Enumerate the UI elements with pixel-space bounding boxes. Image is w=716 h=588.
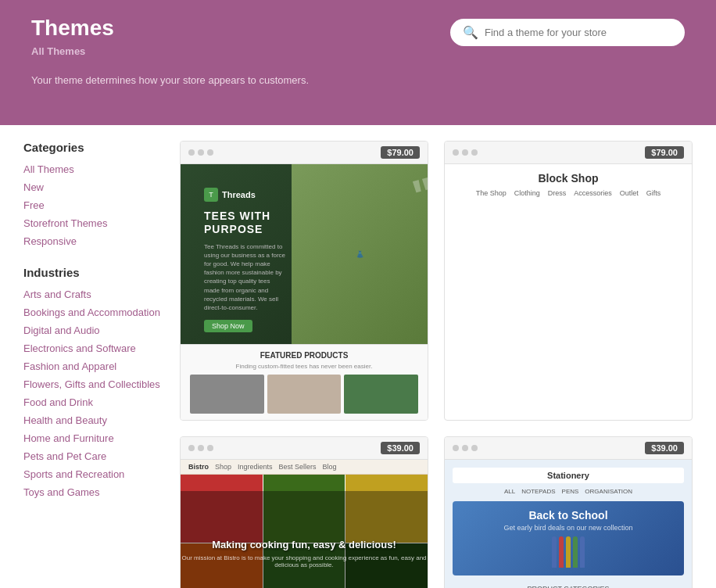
block-shop-bg: Block Shop The Shop Clothing Dress Acces… <box>445 164 692 344</box>
theme-card-bistro[interactable]: $39.00 Bistro Shop Ingredients Best Sell… <box>180 436 428 588</box>
nav-outlet[interactable]: Outlet <box>620 189 639 197</box>
theme-card-stationery[interactable]: $39.00 Stationery ALL NOTEPADS PENS ORGA… <box>444 436 693 588</box>
page-subtitle: All Themes <box>31 45 114 57</box>
product-strip-1 <box>190 375 264 414</box>
stat-nav-all[interactable]: ALL <box>504 488 515 495</box>
dot-red-2 <box>453 149 459 156</box>
threads-cta[interactable]: Shop Now <box>204 320 252 332</box>
threads-featured-title: FEATURED PRODUCTS <box>190 351 418 360</box>
nav-clothing[interactable]: Clothing <box>514 189 540 197</box>
nav-dress[interactable]: Dress <box>548 189 567 197</box>
sidebar-item-flowers[interactable]: Flowers, Gifts and Collectibles <box>23 378 164 390</box>
pencil-green <box>573 536 578 568</box>
dot-red <box>188 149 195 156</box>
threads-body: Tee Threads is committed to using our bu… <box>204 242 285 313</box>
stationery-brand: Stationery <box>547 471 589 480</box>
bistro-body: Our mission at Bistro is to make your sh… <box>181 554 428 568</box>
dot-yellow-3 <box>198 445 204 451</box>
search-input[interactable] <box>485 27 672 38</box>
bistro-heading: Making cooking fun, easy & delicious! <box>181 539 428 552</box>
categories-section: Categories All Themes New Free Storefron… <box>23 141 164 247</box>
sidebar-item-health-beauty[interactable]: Health and Beauty <box>23 414 164 426</box>
bistro-preview: Bistro Shop Ingredients Best Sellers Blo… <box>181 460 428 588</box>
sidebar-item-bookings[interactable]: Bookings and Accommodation <box>23 307 164 318</box>
sidebar-item-toys[interactable]: Toys and Games <box>23 486 164 498</box>
block-shop-grid-2 <box>564 294 573 337</box>
dot-green <box>207 149 213 156</box>
stationery-nav: ALL NOTEPADS PENS ORGANISATION <box>453 488 684 495</box>
page-header: Themes All Themes 🔍 Your theme determine… <box>0 0 716 125</box>
dot-green-4 <box>471 445 478 451</box>
stationery-product-categories-label: PRODUCT CATEGORIES <box>453 585 684 588</box>
threads-product-strip <box>190 375 418 414</box>
theme-card-header-threads: $79.00 <box>181 142 428 164</box>
bistro-nav-shop[interactable]: Shop <box>215 463 231 471</box>
pencil-blue <box>552 536 557 568</box>
main-content: Categories All Themes New Free Storefron… <box>0 125 716 588</box>
block-shop-title: Block Shop <box>538 172 598 185</box>
themes-grid: $79.00 T Threads TEES WITH PURPOSE Tee T… <box>180 141 693 588</box>
sidebar-item-food-drink[interactable]: Food and Drink <box>23 396 164 408</box>
pencil-red <box>559 536 564 568</box>
sidebar-item-home-furniture[interactable]: Home and Furniture <box>23 432 164 444</box>
traffic-dots-3 <box>188 445 213 451</box>
sidebar-item-arts-crafts[interactable]: Arts and Crafts <box>23 289 164 300</box>
block-shop-grid <box>564 203 573 292</box>
dot-red-3 <box>188 445 195 451</box>
threads-preview: T Threads TEES WITH PURPOSE Tee Threads … <box>181 164 428 344</box>
traffic-dots-2 <box>453 149 478 156</box>
search-bar[interactable]: 🔍 <box>450 19 685 46</box>
dot-yellow <box>198 149 204 156</box>
header-description: Your theme determines how your store app… <box>31 74 685 86</box>
nav-the-shop[interactable]: The Shop <box>476 189 507 197</box>
theme-card-header-bistro: $39.00 <box>181 437 428 460</box>
sidebar-item-pets[interactable]: Pets and Pet Care <box>23 450 164 462</box>
categories-title: Categories <box>23 141 164 154</box>
nav-gifts[interactable]: Gifts <box>646 189 661 197</box>
sidebar: Categories All Themes New Free Storefron… <box>23 141 164 588</box>
stat-nav-notepads[interactable]: NOTEPADS <box>521 488 555 495</box>
stat-nav-organisation[interactable]: ORGANISATION <box>585 488 632 495</box>
bistro-nav-best-sellers[interactable]: Best Sellers <box>279 463 317 471</box>
threads-featured-section: FEATURED PRODUCTS Finding custom-fitted … <box>181 344 428 420</box>
threads-model-area: " 👗 <box>292 164 428 344</box>
industries-section: Industries Arts and Crafts Bookings and … <box>23 266 164 498</box>
bistro-overlay: Making cooking fun, easy & delicious! Ou… <box>181 491 428 588</box>
sidebar-item-sports[interactable]: Sports and Recreation <box>23 468 164 480</box>
stationery-banner-title: Back to School <box>460 509 676 522</box>
sidebar-item-all-themes[interactable]: All Themes <box>23 163 164 175</box>
bistro-nav-ingredients[interactable]: Ingredients <box>238 463 273 471</box>
traffic-dots-4 <box>453 445 478 451</box>
dot-red-4 <box>453 445 459 451</box>
stationery-title-bar: Stationery <box>453 468 684 483</box>
bistro-logo: Bistro <box>188 463 209 471</box>
threads-bg: T Threads TEES WITH PURPOSE Tee Threads … <box>181 164 428 344</box>
sidebar-item-storefront[interactable]: Storefront Themes <box>23 217 164 229</box>
stationery-banner-sub: Get early bird deals on our new collecti… <box>460 524 676 532</box>
sidebar-item-fashion[interactable]: Fashion and Apparel <box>23 360 164 372</box>
threads-logo-name: Threads <box>222 190 256 199</box>
nav-accessories[interactable]: Accessories <box>574 189 612 197</box>
sidebar-item-responsive[interactable]: Responsive <box>23 235 164 247</box>
sidebar-item-new[interactable]: New <box>23 181 164 193</box>
header-title-block: Themes All Themes <box>31 16 114 66</box>
threads-logo-icon: T <box>204 188 218 202</box>
sidebar-item-free[interactable]: Free <box>23 199 164 211</box>
block-shop-nav: The Shop Clothing Dress Accessories Outl… <box>476 189 661 197</box>
theme-card-block-shop[interactable]: $79.00 Block Shop The Shop Clothing Dres… <box>444 141 693 421</box>
sidebar-item-electronics[interactable]: Electronics and Software <box>23 342 164 354</box>
threads-quote-text: " <box>407 170 428 220</box>
product-strip-2 <box>267 375 342 414</box>
stat-nav-pens[interactable]: PENS <box>562 488 579 495</box>
theme-card-header-block-shop: $79.00 <box>445 142 692 164</box>
industries-title: Industries <box>23 266 164 279</box>
stationery-preview: Stationery ALL NOTEPADS PENS ORGANISATIO… <box>445 460 692 588</box>
bistro-nav-blog[interactable]: Blog <box>323 463 337 471</box>
block-shop-price: $79.00 <box>645 146 684 159</box>
block-shop-preview: Block Shop The Shop Clothing Dress Acces… <box>445 164 692 344</box>
search-icon: 🔍 <box>463 25 478 40</box>
sidebar-item-digital-audio[interactable]: Digital and Audio <box>23 324 164 336</box>
theme-card-threads[interactable]: $79.00 T Threads TEES WITH PURPOSE Tee T… <box>180 141 428 421</box>
bistro-nav-bar: Bistro Shop Ingredients Best Sellers Blo… <box>181 460 428 475</box>
stationery-pencils <box>460 536 676 568</box>
